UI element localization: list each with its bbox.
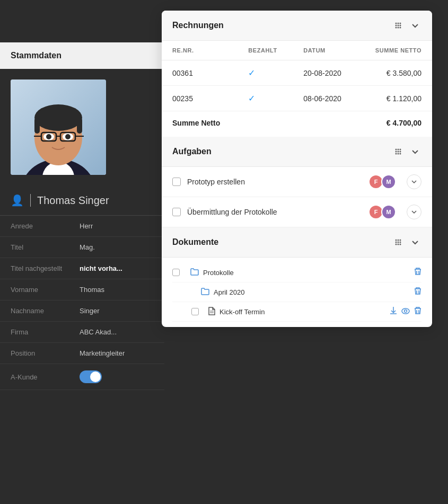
field-label-nachname: Nachname [11, 307, 80, 315]
svg-point-20 [396, 25, 397, 26]
aufgaben-header: Aufgaben [162, 137, 432, 167]
col-renr: RE.NR. [162, 41, 238, 60]
field-value-titel-nachgestellt: nicht vorha... [80, 264, 154, 272]
delete-icon-april[interactable] [414, 287, 421, 297]
svg-point-40 [400, 242, 401, 243]
invoice-total-empty-2 [293, 111, 358, 137]
svg-point-21 [398, 25, 399, 26]
col-datum: DATUM [293, 41, 358, 60]
invoice-date-2: 08-06-2020 [293, 86, 358, 111]
rechnungen-dots-button[interactable] [392, 20, 405, 31]
delete-icon-kickoff[interactable] [414, 306, 421, 317]
invoice-amount-2: € 1.120,00 [358, 86, 432, 111]
task-chevron-1 [411, 179, 417, 185]
invoice-row-1: 00361 ✓ 20-08-2020 € 3.580,00 [162, 60, 432, 86]
invoice-nr-1: 00361 [162, 60, 238, 86]
svg-point-32 [396, 153, 397, 155]
person-icon: 👤 [11, 194, 24, 207]
rechnungen-title: Rechnungen [172, 21, 224, 30]
svg-point-46 [402, 308, 409, 314]
invoice-total-empty-1 [238, 111, 293, 137]
rechnungen-actions [392, 20, 421, 31]
svg-point-28 [400, 149, 401, 151]
aufgaben-dots-button[interactable] [392, 146, 405, 157]
svg-point-37 [400, 240, 401, 241]
field-label-titel: Titel [11, 243, 80, 251]
left-panel: Stammdaten [0, 0, 164, 504]
invoice-total-row: Summe Netto € 4.700,00 [162, 111, 432, 137]
task-avatars-2: F M [368, 205, 396, 219]
field-value-vorname: Thomas [80, 286, 154, 294]
dokumente-dots-icon [394, 238, 402, 246]
field-label-position: Position [11, 349, 80, 357]
svg-point-30 [398, 151, 399, 153]
task-label-1: Prototyp erstellen [187, 178, 362, 186]
field-row-titel: Titel Mag. [0, 237, 164, 258]
delete-icon-protokolle[interactable] [414, 267, 421, 278]
check-icon-2: ✓ [248, 94, 255, 103]
col-bezahlt: BEZAHLT [238, 41, 293, 60]
svg-point-18 [398, 23, 399, 24]
field-row-vorname: Vorname Thomas [0, 279, 164, 300]
field-label-firma: Firma [11, 328, 80, 336]
doc-name-kickoff: Kick-off Termin [219, 308, 388, 316]
avatar-section [0, 69, 164, 185]
dokumente-title: Dokumente [172, 237, 218, 247]
doc-actions-april [414, 287, 421, 297]
avatar [11, 79, 106, 175]
doc-row-kickoff: Kick-off Termin [172, 302, 421, 322]
dots-grid-icon [394, 21, 402, 30]
dokumente-collapse-button[interactable] [409, 237, 421, 247]
doc-name-april: April 2020 [214, 288, 412, 296]
svg-point-11 [65, 134, 71, 139]
file-svg-kickoff [208, 307, 215, 315]
aufgaben-collapse-button[interactable] [409, 146, 421, 157]
check-icon-1: ✓ [248, 68, 255, 77]
task-checkbox-1[interactable] [172, 178, 181, 186]
doc-checkbox-protokolle[interactable] [172, 269, 180, 276]
svg-point-22 [400, 25, 401, 26]
chevron-down-icon [411, 21, 419, 30]
svg-point-24 [398, 27, 399, 29]
doc-actions-protokolle [414, 267, 421, 278]
field-row-position: Position Marketingleiter [0, 343, 164, 364]
rechnungen-collapse-button[interactable] [409, 20, 421, 31]
doc-row-april: April 2020 [172, 282, 421, 302]
dokumente-dots-button[interactable] [392, 237, 405, 247]
folder-icon-april [201, 288, 209, 297]
akunde-toggle[interactable] [80, 370, 102, 383]
stammdaten-header: Stammdaten [0, 42, 164, 69]
svg-point-47 [405, 310, 407, 313]
field-row-firma: Firma ABC Akad... [0, 322, 164, 343]
svg-point-39 [398, 242, 399, 243]
task-chevron-2 [411, 209, 417, 215]
svg-point-29 [396, 151, 397, 153]
invoice-table: RE.NR. BEZAHLT DATUM SUMME NETTO 00361 ✓… [162, 41, 432, 137]
svg-point-41 [396, 244, 397, 245]
download-icon-kickoff[interactable] [390, 306, 397, 317]
task-avatars-1: F M [368, 174, 396, 189]
svg-point-23 [396, 27, 397, 29]
dokumente-actions [392, 237, 421, 247]
task-expand-2[interactable] [407, 205, 421, 219]
svg-point-5 [34, 104, 82, 131]
doc-row-protokolle: Protokolle [172, 263, 421, 282]
task-expand-1[interactable] [407, 174, 421, 189]
doc-name-protokolle: Protokolle [203, 269, 412, 277]
view-icon-kickoff[interactable] [401, 307, 410, 316]
task-checkbox-2[interactable] [172, 208, 181, 216]
aufgaben-actions [392, 146, 421, 157]
person-name-row: 👤 Thomas Singer [0, 185, 164, 216]
field-row-titel-nachgestellt: Titel nachgestellt nicht vorha... [0, 258, 164, 279]
invoice-paid-2: ✓ [238, 86, 293, 111]
avatar-svg [11, 79, 106, 175]
dokumente-chevron-icon [411, 238, 419, 246]
doc-checkbox-kickoff[interactable] [191, 308, 199, 315]
col-summe: SUMME NETTO [358, 41, 432, 60]
folder-svg-april [201, 288, 209, 295]
task-avatar-2b: M [381, 205, 396, 219]
field-row-akunde: A-Kunde [0, 364, 164, 390]
field-label-vorname: Vorname [11, 286, 80, 294]
svg-point-27 [398, 149, 399, 151]
task-row-1: Prototyp erstellen F M [162, 167, 432, 197]
